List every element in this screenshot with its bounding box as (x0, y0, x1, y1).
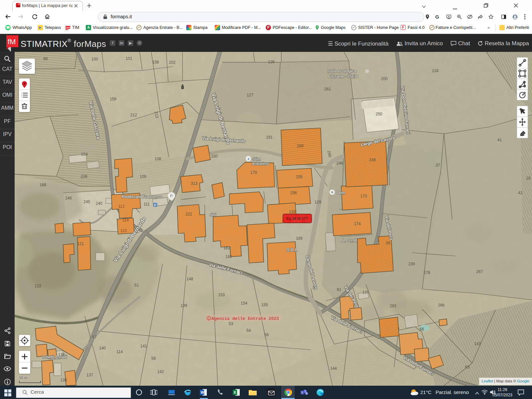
svg-text:T: T (301, 391, 303, 394)
svg-text:X: X (234, 390, 236, 394)
svg-text:fM: fM (8, 38, 16, 46)
svg-text:W: W (201, 390, 204, 394)
